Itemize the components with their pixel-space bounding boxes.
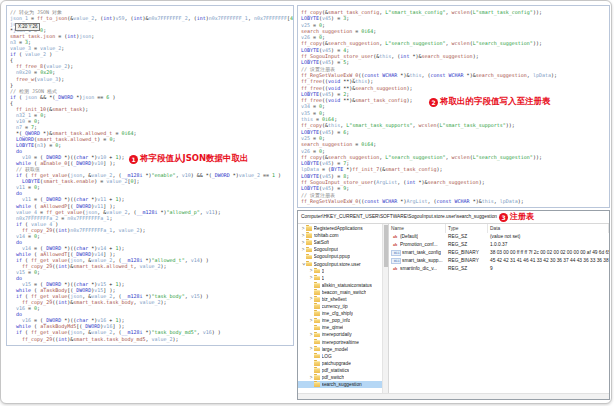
- value-type: REG_SZ: [446, 241, 488, 249]
- registry-value-row[interactable]: 011smart_task_configREG_BINARY38 03 00 0…: [389, 249, 609, 257]
- value-name: smart_task_supp...: [402, 257, 443, 265]
- folder-icon: [306, 262, 312, 267]
- registry-tree-item-imereportrealtime[interactable]: imereportrealtime: [298, 339, 382, 346]
- registry-tree-item-SogouInput.ppup[interactable]: SogouInput.ppup: [298, 253, 382, 260]
- registry-path: Computer\HKEY_CURRENT_USER\SOFTWARE\Sogo…: [301, 214, 497, 219]
- value-list-header: Name Type Data: [389, 224, 609, 233]
- value-data: 1.0.0.37: [488, 241, 609, 249]
- code-line: ff_RegSetValueExW_0((const WCHAR *)ArgLi…: [301, 198, 609, 204]
- value-data: 9: [488, 265, 609, 273]
- value-rows: ab(Default)REG_SZ(value not set)abPromot…: [389, 233, 609, 273]
- registry-tree-item-1[interactable]: >1: [298, 275, 382, 282]
- folder-icon: [314, 304, 320, 309]
- tree-item-label: SogouInput: [314, 247, 339, 252]
- folder-icon: [314, 290, 320, 295]
- value-data: 38 03 00 00 ff ff ff 7f 2c 00 02 00 02 0…: [488, 249, 609, 257]
- folder-icon: [306, 248, 312, 253]
- annotation-3-badge: 3: [499, 213, 508, 222]
- folder-icon: [314, 333, 320, 338]
- folder-icon: [314, 354, 320, 359]
- folder-icon: [314, 311, 320, 316]
- registry-tree-item-SatSoft[interactable]: >SatSoft: [298, 239, 382, 246]
- registry-tree-item-ime_qimei[interactable]: ime_qimei: [298, 324, 382, 331]
- registry-tree-item-biz_shellext[interactable]: >biz_shellext: [298, 296, 382, 303]
- annotation-2-text: 将取出的字段值写入至注册表: [440, 96, 551, 106]
- folder-icon: [314, 269, 320, 274]
- value-data: (value not set): [488, 233, 609, 241]
- registry-value-row[interactable]: 011smart_task_supp...REG_BINARY45 42 42 …: [389, 257, 609, 265]
- registry-address-bar[interactable]: Computer\HKEY_CURRENT_USER\SOFTWARE\Sogo…: [298, 211, 609, 224]
- value-name: smartinfo_dic_v...: [400, 265, 437, 273]
- registry-value-row[interactable]: absmartinfo_dic_v...REG_SZ9: [389, 265, 609, 273]
- folder-icon: [306, 226, 312, 231]
- scrollbar-thumb[interactable]: [384, 225, 388, 267]
- tree-item-label: SogouInput.store.user: [314, 262, 361, 267]
- registry-tree-item-large_model[interactable]: >large_model: [298, 346, 382, 353]
- folder-icon: [306, 233, 312, 238]
- registry-tree-item-LOG[interactable]: LOG: [298, 353, 382, 360]
- registry-tree-item-allskin_statusiconstatus[interactable]: allskin_statusiconstatus: [298, 282, 382, 289]
- value-data: 45 42 42 31 41 46 41 33 42 30 36 37 44 4…: [488, 257, 609, 265]
- registry-tree-item-beacon_main_switch[interactable]: beacon_main_switch: [298, 289, 382, 296]
- tree-item-label: beacon_main_switch: [322, 290, 367, 295]
- folder-icon: [306, 240, 312, 245]
- left-code-listing: // 转化为 JSON 对象json_1 = ff_to_json(&value…: [10, 9, 293, 342]
- tree-item-label: imereportrealtime: [322, 340, 359, 345]
- binary-value-icon: 011: [391, 258, 401, 265]
- registry-value-row[interactable]: abPromotion_conf...REG_SZ1.0.0.37: [389, 241, 609, 249]
- string-value-icon: ab: [391, 241, 400, 249]
- registry-tree-item-currency_tip[interactable]: currency_tip: [298, 303, 382, 310]
- folder-icon: [314, 347, 320, 352]
- tree-item-label: large_model: [322, 347, 348, 352]
- tree-item-label: pdf_switch: [322, 375, 345, 380]
- folder-icon: [314, 276, 320, 281]
- tree-item-label: allskin_statusiconstatus: [322, 283, 372, 288]
- code-line: json_1 = ff_to_json(&value_2, (int)v59, …: [10, 15, 293, 21]
- tree-item-label: ime_qimei: [322, 325, 344, 330]
- folder-icon: [314, 375, 320, 380]
- screenshot-frame: // 转化为 JSON 对象json_1 = ff_to_json(&value…: [0, 0, 612, 404]
- registry-tree-item-patchupgrade[interactable]: patchupgrade: [298, 360, 382, 367]
- value-type: REG_SZ: [446, 265, 488, 273]
- value-name: (Default): [400, 233, 418, 241]
- tree-item-label: ime_pop_info: [322, 318, 351, 323]
- column-header-data[interactable]: Data: [488, 224, 609, 233]
- column-header-name[interactable]: Name: [389, 224, 446, 233]
- tree-vertical-scrollbar[interactable]: [382, 224, 388, 393]
- annotation-3-text: 注册表: [510, 212, 534, 221]
- tree-item-label: RegisteredApplications: [314, 226, 363, 231]
- value-type: REG_SZ: [446, 233, 488, 241]
- folder-icon: [314, 368, 320, 373]
- annotation-write-registry: 2将取出的字段值写入至注册表: [429, 97, 551, 107]
- binary-value-icon: 011: [391, 250, 401, 257]
- registry-tree-item-ime_pop_info[interactable]: >ime_pop_info: [298, 317, 382, 324]
- folder-icon: [314, 319, 320, 324]
- horizontal-scrollbar[interactable]: [298, 393, 609, 399]
- registry-tree-item-rohitab.com[interactable]: >rohitab.com: [298, 232, 382, 239]
- string-value-icon: ab: [391, 265, 400, 273]
- tree-item-label: rohitab.com: [314, 233, 339, 238]
- tree-item-label: ime_cfg_shiply: [322, 311, 354, 316]
- annotation-1-badge: 1: [129, 155, 138, 164]
- annotation-1-text: 将字段值从JSON数据中取出: [140, 153, 249, 163]
- registry-tree-item-0[interactable]: >0: [298, 268, 382, 275]
- column-header-type[interactable]: Type: [446, 224, 488, 233]
- registry-tree-item-ime_cfg_shiply[interactable]: ime_cfg_shiply: [298, 310, 382, 317]
- value-type: REG_BINARY: [446, 257, 488, 265]
- registry-value-row[interactable]: ab(Default)REG_SZ(value not set): [389, 233, 609, 241]
- registry-tree-item-pdf_switch[interactable]: >pdf_switch: [298, 374, 382, 381]
- registry-tree-item-SogouInput[interactable]: >SogouInput: [298, 246, 382, 253]
- annotation-2-badge: 2: [429, 98, 438, 107]
- tree-item-label: SatSoft: [314, 240, 330, 245]
- registry-tree-item-imereportdaily[interactable]: >imereportdaily: [298, 331, 382, 338]
- tree-item-label: currency_tip: [322, 304, 348, 309]
- folder-icon: [314, 283, 320, 288]
- registry-tree-item-pdf_statistics[interactable]: pdf_statistics: [298, 367, 382, 374]
- registry-tree-item-search_suggestion[interactable]: search_suggestion: [298, 381, 382, 388]
- cursor-position-tooltip: X:20 Y:26: [15, 23, 40, 31]
- tree-item-label: patchupgrade: [322, 361, 351, 366]
- registry-tree-item-RegisteredApplications[interactable]: >RegisteredApplications: [298, 225, 382, 232]
- registry-tree-item-SogouInput.store.user[interactable]: >SogouInput.store.user: [298, 260, 382, 267]
- registry-body: >RegisteredApplications>rohitab.com>SatS…: [298, 224, 609, 393]
- folder-icon: [314, 340, 320, 345]
